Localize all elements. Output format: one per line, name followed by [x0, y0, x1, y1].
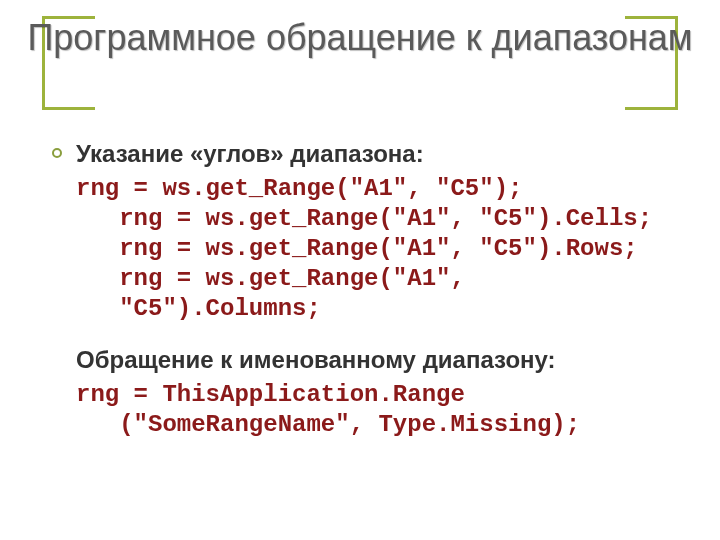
bullet-icon — [52, 148, 62, 158]
section1-heading: Указание «углов» диапазона: — [76, 140, 680, 168]
slide: Программное обращение к диапазонам Указа… — [0, 0, 720, 540]
section2-heading: Обращение к именованному диапазону: — [76, 346, 680, 374]
body: Указание «углов» диапазона: rng = ws.get… — [76, 140, 680, 458]
section2-code: rng = ThisApplication.Range ("SomeRangeN… — [76, 380, 680, 440]
title-container: Программное обращение к диапазонам — [0, 0, 720, 66]
section1-code: rng = ws.get_Range("A1", "C5"); rng = ws… — [76, 174, 680, 324]
slide-title: Программное обращение к диапазонам — [19, 14, 700, 66]
